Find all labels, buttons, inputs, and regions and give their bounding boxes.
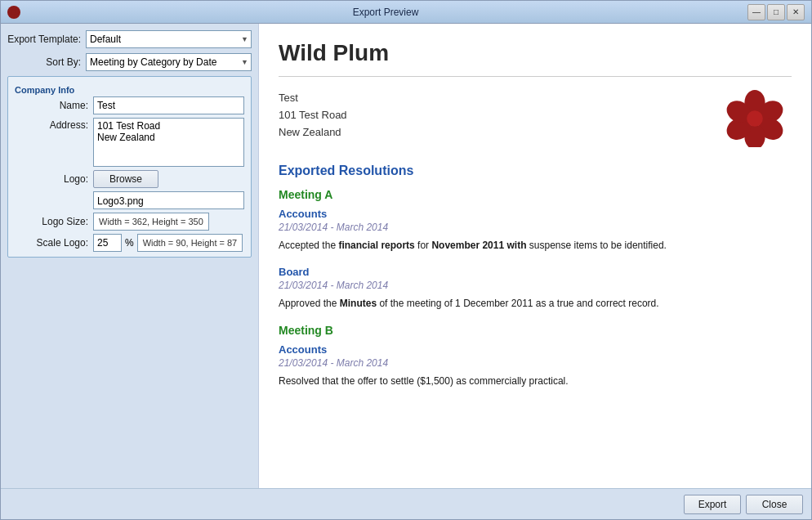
preview-company-name: Test [279, 90, 347, 107]
preview-address: Test 101 Test Road New Zealand [279, 90, 347, 141]
minimize-button[interactable]: — [747, 4, 765, 20]
address-row: Address: 101 Test Road New Zealand [15, 118, 244, 167]
category-name-0-1: Board [279, 266, 792, 278]
name-row: Name: [15, 96, 244, 114]
sort-by-select[interactable]: Meeting by Category by Date [86, 53, 252, 71]
address-textarea[interactable]: 101 Test Road New Zealand [93, 118, 244, 167]
sort-by-row: Sort By: Meeting by Category by Date ▼ [7, 53, 252, 71]
preview-header: Test 101 Test Road New Zealand [279, 90, 792, 147]
name-input[interactable] [93, 96, 244, 114]
percent-label: % [125, 237, 134, 249]
browse-button[interactable]: Browse [93, 170, 158, 188]
logo-size-row: Logo Size: Width = 362, Height = 350 [15, 213, 244, 231]
resolution-text-0-0: Accepted the financial reports for Novem… [279, 238, 792, 253]
window-title: Export Preview [24, 7, 747, 18]
export-template-label: Export Template: [7, 34, 81, 45]
right-panel: Wild Plum Test 101 Test Road New Zealand [258, 24, 811, 488]
title-bar: Export Preview — □ ✕ [1, 1, 811, 24]
logo-size-label: Logo Size: [15, 216, 88, 227]
scale-size-value: Width = 90, Height = 87 [137, 234, 243, 252]
logo-filename: Logo3.png [93, 191, 244, 209]
export-template-select-wrap: Default ▼ [86, 30, 252, 48]
preview-divider [279, 76, 792, 77]
close-button-bottom[interactable]: Close [746, 495, 803, 514]
close-button[interactable]: ✕ [787, 4, 805, 20]
scale-input[interactable] [93, 234, 122, 252]
flower-logo [726, 90, 783, 147]
category-item-0-1: Board 21/03/2014 - March 2014 Approved t… [279, 266, 792, 311]
meeting-heading-0: Meeting A [279, 188, 792, 201]
meeting-heading-1: Meeting B [279, 324, 792, 337]
category-item-1-0: Accounts 21/03/2014 - March 2014 Resolve… [279, 343, 792, 388]
category-name-1-0: Accounts [279, 343, 792, 356]
logo-row: Logo: Browse [15, 170, 244, 188]
category-date-0-1: 21/03/2014 - March 2014 [279, 280, 792, 291]
resolution-text-1-0: Resolved that the offer to settle ($1,50… [279, 374, 792, 388]
window-controls: — □ ✕ [747, 4, 805, 20]
bottom-bar: Export Close [1, 488, 811, 519]
highlight-minutes: Minutes [340, 298, 377, 309]
sort-by-select-wrap: Meeting by Category by Date ▼ [86, 53, 252, 71]
preview-address-line2: New Zealand [279, 124, 347, 141]
export-template-row: Export Template: Default ▼ [7, 30, 252, 48]
export-preview-window: Export Preview — □ ✕ Export Template: De… [0, 0, 812, 520]
logo-label: Logo: [15, 173, 88, 185]
address-label: Address: [15, 119, 88, 131]
highlight-financial: financial reports [338, 240, 414, 251]
company-info-section: Company Info Name: Address: 101 Test Roa… [7, 76, 252, 258]
exported-resolutions-heading: Exported Resolutions [279, 164, 792, 178]
highlight-nov2011: November 2011 [431, 240, 504, 251]
category-item-0-0: Accounts 21/03/2014 - March 2014 Accepte… [279, 208, 792, 253]
company-info-title: Company Info [15, 85, 244, 95]
left-panel: Export Template: Default ▼ Sort By: Meet… [1, 24, 258, 488]
category-date-0-0: 21/03/2014 - March 2014 [279, 222, 792, 233]
scale-wrap: % Width = 90, Height = 87 [93, 234, 243, 252]
export-template-select[interactable]: Default [86, 30, 252, 48]
export-button[interactable]: Export [684, 495, 741, 514]
right-panel-wrap: Wild Plum Test 101 Test Road New Zealand [258, 24, 811, 488]
category-date-1-0: 21/03/2014 - March 2014 [279, 357, 792, 369]
scale-logo-row: Scale Logo: % Width = 90, Height = 87 [15, 234, 244, 252]
logo-filename-row: Logo3.png [15, 191, 244, 209]
meetings-list: Meeting A Accounts 21/03/2014 - March 20… [279, 188, 792, 388]
category-name-0-0: Accounts [279, 208, 792, 220]
sort-by-label: Sort By: [7, 56, 81, 68]
preview-address-line1: 101 Test Road [279, 107, 347, 124]
svg-point-5 [11, 10, 16, 15]
resolution-text-0-1: Approved the Minutes of the meeting of 1… [279, 296, 792, 311]
svg-point-12 [747, 110, 763, 127]
maximize-button[interactable]: □ [767, 4, 785, 20]
logo-size-value: Width = 362, Height = 350 [93, 213, 209, 231]
title-bar-left [7, 6, 24, 19]
main-content: Export Template: Default ▼ Sort By: Meet… [1, 24, 811, 488]
app-icon [7, 6, 20, 19]
meeting-item-1: Meeting B Accounts 21/03/2014 - March 20… [279, 324, 792, 388]
meeting-item-0: Meeting A Accounts 21/03/2014 - March 20… [279, 188, 792, 311]
scale-logo-label: Scale Logo: [15, 237, 88, 249]
highlight-with: with [506, 240, 526, 251]
preview-org-name: Wild Plum [279, 40, 792, 66]
name-label: Name: [15, 100, 88, 111]
